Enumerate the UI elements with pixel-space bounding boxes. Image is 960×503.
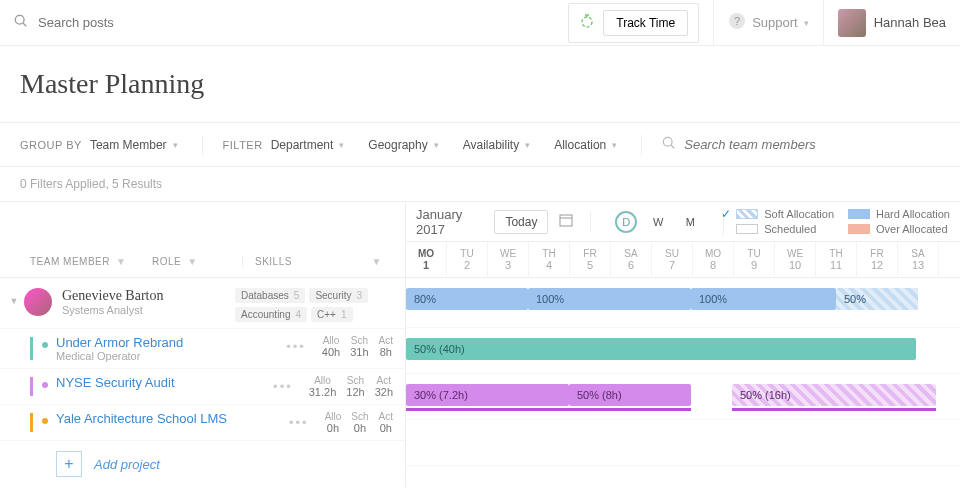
skill-chip[interactable]: C++1	[311, 307, 352, 322]
day-column: WE3	[488, 242, 529, 277]
search-members-input[interactable]	[684, 137, 853, 152]
filter-geography[interactable]: Geography▾	[368, 138, 438, 152]
user-name: Hannah Bea	[874, 15, 946, 30]
user-menu[interactable]: Hannah Bea	[823, 0, 946, 45]
view-mode-w[interactable]: W	[647, 211, 669, 233]
legend-sched-swatch	[736, 224, 758, 234]
project-color-bar	[30, 377, 33, 396]
skill-chip[interactable]: Databases5	[235, 288, 305, 303]
track-time-button[interactable]: Track Time	[603, 10, 688, 36]
search-posts-input[interactable]	[38, 15, 303, 30]
help-icon: ?	[728, 12, 746, 33]
filter-allocation[interactable]: Allocation▾	[554, 138, 617, 152]
user-avatar	[838, 9, 866, 37]
day-column: FR12	[857, 242, 898, 277]
support-label: Support	[752, 15, 798, 30]
allocation-underline	[732, 408, 936, 411]
allocation-segment[interactable]: 100%	[528, 288, 691, 310]
add-project-button[interactable]: +	[56, 451, 82, 477]
day-column: SU7	[652, 242, 693, 277]
chevron-down-icon: ▾	[525, 140, 530, 150]
filter-icon[interactable]: ▼	[372, 256, 382, 267]
allocation-segment[interactable]: 50% (8h)	[569, 384, 691, 406]
day-column: TH4	[529, 242, 570, 277]
today-button[interactable]: Today	[494, 210, 548, 234]
project-actions-menu[interactable]: •••	[289, 411, 309, 430]
filter-department[interactable]: Department▾	[271, 138, 345, 152]
person-role: Systems Analyst	[62, 304, 163, 316]
svg-rect-9	[560, 215, 572, 226]
day-column: MO8	[693, 242, 734, 277]
support-link[interactable]: ? Support ▾	[713, 0, 823, 45]
chevron-down-icon: ▾	[173, 140, 178, 150]
allocation-segment[interactable]: 80%	[406, 288, 528, 310]
month-label: January 2017	[416, 207, 484, 237]
day-column: MO1	[406, 242, 447, 277]
svg-point-0	[15, 15, 24, 24]
project-dot	[42, 382, 48, 388]
legend-hard-swatch	[848, 209, 870, 219]
chevron-down-icon: ▾	[612, 140, 617, 150]
project-actions-menu[interactable]: •••	[286, 335, 306, 354]
track-time-group: Track Time	[568, 3, 699, 43]
project-color-bar	[30, 337, 33, 360]
allocation-segment[interactable]: 50%	[836, 288, 918, 310]
svg-text:?: ?	[734, 15, 740, 27]
project-link[interactable]: Yale Architecture School LMS	[56, 411, 227, 426]
collapse-toggle[interactable]: ▼	[4, 288, 24, 322]
project-actions-menu[interactable]: •••	[273, 375, 293, 394]
page-title: Master Planning	[0, 46, 960, 123]
allocation-segment[interactable]: 100%	[691, 288, 836, 310]
view-mode-d[interactable]: D	[615, 211, 637, 233]
stopwatch-icon	[579, 13, 595, 32]
allocation-segment[interactable]: 50% (16h)	[732, 384, 936, 406]
day-column: SA13	[898, 242, 939, 277]
calendar-icon[interactable]	[558, 212, 574, 231]
project-link[interactable]: NYSE Security Audit	[56, 375, 175, 390]
separator	[202, 135, 203, 155]
chevron-down-icon: ▾	[434, 140, 439, 150]
day-column: TU2	[447, 242, 488, 277]
separator	[641, 135, 642, 155]
skill-chip[interactable]: Accounting4	[235, 307, 307, 322]
day-column: TU9	[734, 242, 775, 277]
project-dot	[42, 342, 48, 348]
allocation-segment[interactable]: 30% (7.2h)	[406, 384, 569, 406]
separator	[590, 212, 591, 232]
day-column: SA6	[611, 242, 652, 277]
legend-soft-swatch	[736, 209, 758, 219]
person-avatar	[24, 288, 52, 316]
project-color-bar	[30, 413, 33, 432]
skill-chip[interactable]: Security3	[309, 288, 368, 303]
allocation-segment[interactable]: 50% (40h)	[406, 338, 916, 360]
day-column: TH11	[816, 242, 857, 277]
svg-point-7	[664, 137, 673, 146]
group-by-dropdown[interactable]: Team Member ▾	[90, 138, 178, 152]
col-team-member: TEAM MEMBER	[30, 256, 110, 267]
col-role: ROLE	[152, 256, 181, 267]
filter-label: FILTER	[223, 139, 263, 151]
allocation-underline	[406, 408, 569, 411]
search-icon	[662, 136, 676, 153]
view-mode-m[interactable]: M	[679, 211, 701, 233]
project-subtitle: Medical Operator	[56, 350, 183, 362]
add-project-label[interactable]: Add project	[94, 457, 160, 472]
search-icon	[14, 14, 38, 31]
filter-count-text: 0 Filters Applied, 5 Results	[0, 167, 960, 202]
chevron-down-icon: ▾	[339, 140, 344, 150]
filter-availability[interactable]: Availability▾	[463, 138, 530, 152]
project-link[interactable]: Under Armor Rebrand	[56, 335, 183, 350]
legend-over-swatch	[848, 224, 870, 234]
filter-icon[interactable]: ▼	[116, 256, 126, 267]
day-column: WE10	[775, 242, 816, 277]
svg-line-1	[23, 23, 26, 26]
project-dot	[42, 418, 48, 424]
chevron-down-icon: ▾	[804, 18, 809, 28]
col-skills: SKILLS	[255, 256, 292, 267]
group-by-label: GROUP BY	[20, 139, 82, 151]
day-column: FR5	[570, 242, 611, 277]
filter-icon[interactable]: ▼	[187, 256, 197, 267]
svg-point-2	[582, 17, 592, 27]
svg-line-8	[671, 145, 674, 148]
allocation-underline	[569, 408, 691, 411]
